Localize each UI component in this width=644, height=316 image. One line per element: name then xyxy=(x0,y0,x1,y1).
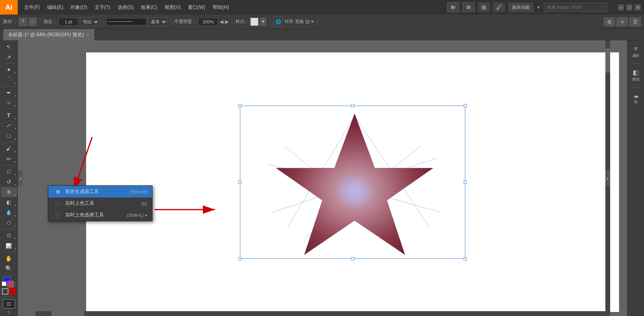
tool-divider-8 xyxy=(2,275,15,275)
search-input[interactable] xyxy=(544,3,608,12)
handle-tr[interactable] xyxy=(464,104,467,107)
tool-paintbrush[interactable]: 🖌▸ xyxy=(1,143,17,153)
br-button[interactable]: Br xyxy=(447,2,459,12)
graph-icon: 📊 xyxy=(6,243,12,249)
tool-lasso[interactable]: ⌒▸ xyxy=(1,75,17,85)
handle-bc[interactable] xyxy=(351,257,354,260)
tool-artboard[interactable]: ⊡▸ xyxy=(1,231,17,240)
workspace-dropdown-arrow[interactable]: ▼ xyxy=(537,5,541,10)
swap-colors-icon[interactable] xyxy=(12,282,16,286)
handle-br[interactable] xyxy=(464,257,467,260)
tab-close-btn[interactable]: × xyxy=(87,33,89,37)
tool-eraser[interactable]: ◻▸ xyxy=(1,166,17,176)
tool-zoom[interactable]: 🔍 xyxy=(1,264,17,273)
document-tab[interactable]: 未标题-1* @ 84% (RGB/GPU 预览) × xyxy=(3,29,95,40)
align-label[interactable]: 对齐 xyxy=(285,19,293,25)
tool-line[interactable]: /▸ xyxy=(1,121,17,131)
workspace-selector[interactable]: 基本功能 xyxy=(508,3,533,12)
arrange-panels-btn[interactable]: ≡ xyxy=(617,17,628,26)
layers-label: 图层 xyxy=(632,77,640,82)
left-collapse-btn[interactable]: ◂ xyxy=(18,170,23,186)
handle-tl[interactable] xyxy=(238,104,242,107)
menu-edit[interactable]: 编辑(E) xyxy=(44,2,66,12)
menu-file[interactable]: 文件(F) xyxy=(21,2,43,12)
tool-curvature[interactable]: ∿▸ xyxy=(1,98,17,108)
stroke-selector[interactable]: □ xyxy=(29,18,37,26)
handle-tc[interactable] xyxy=(351,104,354,107)
transform-label[interactable]: 变换 xyxy=(295,19,304,25)
tool-magic-wand[interactable]: ✦▸ xyxy=(1,65,17,75)
ctx-item-live-paint-select[interactable]: ⬛ 实时上色选择工具 (Shift+L) ▸ xyxy=(48,209,152,221)
ctx-shortcut-shape-builder: (Shift+M) xyxy=(129,189,147,194)
transform-extra[interactable]: ⊡ ▼ xyxy=(305,19,314,25)
tool-graph[interactable]: 📊▸ xyxy=(1,241,17,250)
tool-select[interactable]: ↖ xyxy=(1,42,17,52)
line-type-select[interactable]: 基本 xyxy=(148,17,167,26)
maximize-button[interactable]: □ xyxy=(626,4,632,10)
tool-shape-builder[interactable]: ⊕▸ xyxy=(1,187,17,197)
artboard-icon: ⊡ xyxy=(7,233,11,238)
default-colors-icon[interactable] xyxy=(2,281,6,286)
shape-selector[interactable]: ? xyxy=(19,18,27,26)
ctx-submenu-arrow: ▸ xyxy=(145,213,147,217)
close-button[interactable]: ✕ xyxy=(635,4,641,10)
normal-mode-btn[interactable] xyxy=(2,288,8,295)
ctx-item-live-paint[interactable]: ⬛ 实时上色工具 (K) xyxy=(48,198,152,209)
opacity-arrow-right[interactable]: ▶ xyxy=(225,19,229,25)
opacity-arrow-left[interactable]: ◀ xyxy=(220,19,223,25)
style-color-box[interactable] xyxy=(250,18,258,26)
help-btn[interactable]: ? xyxy=(8,311,10,315)
stroke-type-select[interactable]: 等比 xyxy=(80,17,99,26)
tool-rotate[interactable]: ↺▸ xyxy=(1,177,17,187)
menu-window[interactable]: 窗口(W) xyxy=(185,2,208,12)
style-arrow[interactable]: ▼ xyxy=(260,18,266,26)
ctx-shortcut-live-paint-select: (Shift+L) xyxy=(127,213,144,218)
menu-type[interactable]: 文字(T) xyxy=(91,2,114,12)
tool-hand[interactable]: ✋ xyxy=(1,254,17,263)
tool-type[interactable]: T▸ xyxy=(1,110,17,120)
tool-direct-select[interactable]: ↗ xyxy=(1,52,17,62)
properties-panel-btn[interactable]: ≡ 属性 xyxy=(631,44,641,60)
more-panels-btn[interactable]: ☰ xyxy=(630,17,641,26)
v-scroll-thumb[interactable] xyxy=(605,48,610,73)
h-scrollbar[interactable] xyxy=(35,311,610,316)
stroke-value[interactable] xyxy=(58,18,78,26)
screen-mode-btn[interactable]: ⊡ xyxy=(2,299,15,309)
layers-panel-btn[interactable]: ◧ 图层 xyxy=(631,67,641,84)
menu-object[interactable]: 对象(O) xyxy=(67,2,90,12)
tool-rect[interactable]: □▸ xyxy=(1,131,17,141)
handle-ml[interactable] xyxy=(238,181,242,184)
menu-effect[interactable]: 效果(C) xyxy=(138,2,161,12)
globe-icon[interactable]: 🌐 xyxy=(273,17,283,27)
menu-view[interactable]: 视图(V) xyxy=(161,2,184,12)
opacity-value[interactable] xyxy=(198,18,218,26)
tool-arrow-curv: ▸ xyxy=(15,104,16,107)
toggle-panels-btn[interactable]: ⊞ xyxy=(604,17,615,26)
panel-toggles: ⊞ ≡ ☰ xyxy=(604,17,641,26)
mask-mode-btn[interactable] xyxy=(9,288,16,295)
tool-blend[interactable]: ⬡▸ xyxy=(1,218,17,228)
menu-help[interactable]: 帮助(H) xyxy=(209,2,232,12)
tool-gradient[interactable]: ◧▸ xyxy=(1,198,17,207)
eyedropper-icon: 💧 xyxy=(6,210,12,215)
handle-mr[interactable] xyxy=(464,181,467,184)
arrange-icon[interactable]: ⊞ xyxy=(478,2,490,12)
h-scroll-thumb[interactable] xyxy=(52,311,84,316)
menu-select[interactable]: 选择(S) xyxy=(114,2,137,12)
right-collapse-btn[interactable]: ▸ xyxy=(605,170,610,186)
handle-bl[interactable] xyxy=(238,257,242,260)
tool-arrow-magic: ▸ xyxy=(15,71,16,74)
top-toolbar: 路径 ? □ 描边： 等比 基本 不透明度： ◀ ▶ 样式： ▼ 🌐 对齐 变换… xyxy=(0,15,644,29)
tool-pen[interactable]: ✒▸ xyxy=(1,87,17,97)
minimize-button[interactable]: — xyxy=(618,4,624,10)
stroke-line-preview[interactable] xyxy=(106,18,147,25)
context-menu: ⊕ 形状生成器工具 (Shift+M) ⬛ 实时上色工具 (K) ⬛ 实时上色选… xyxy=(48,185,153,221)
tool-eyedropper[interactable]: 💧▸ xyxy=(1,208,17,217)
tool-arrow-line: ▸ xyxy=(15,127,16,130)
st-button[interactable]: St xyxy=(462,2,475,12)
brush-icon[interactable]: 🖊 xyxy=(493,2,505,12)
tool-pencil[interactable]: ✏▸ xyxy=(1,154,17,164)
ctx-item-shape-builder[interactable]: ⊕ 形状生成器工具 (Shift+M) xyxy=(48,186,152,198)
libraries-panel-btn[interactable]: ☁ 库 xyxy=(632,91,640,106)
canvas-area[interactable]: ⊕ 形状生成器工具 (Shift+M) ⬛ 实时上色工具 (K) ⬛ 实时上色选… xyxy=(18,40,627,316)
